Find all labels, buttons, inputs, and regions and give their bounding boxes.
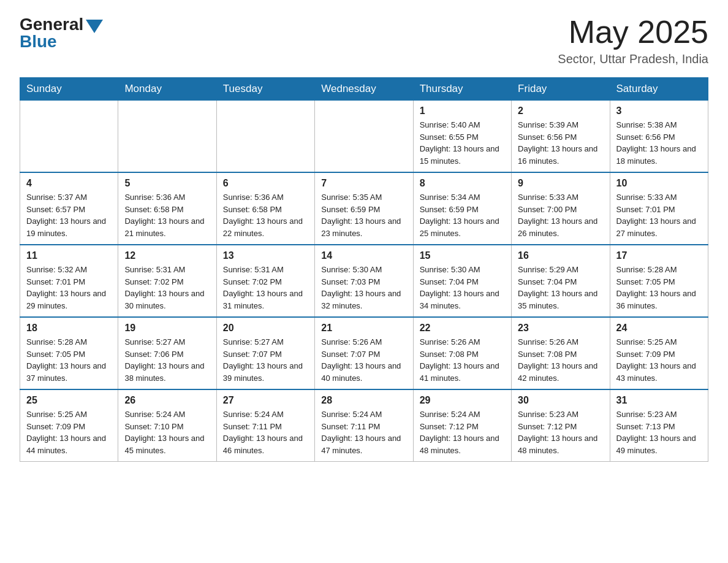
table-row: 1Sunrise: 5:40 AMSunset: 6:55 PMDaylight… [413, 101, 511, 173]
cell-day-number: 25 [26, 395, 112, 406]
col-monday: Monday [118, 78, 216, 101]
location-subtitle: Sector, Uttar Pradesh, India [558, 52, 708, 66]
cell-day-number: 24 [616, 323, 702, 334]
table-row: 11Sunrise: 5:32 AMSunset: 7:01 PMDayligh… [20, 245, 118, 317]
logo-blue-text: Blue [20, 32, 57, 52]
table-row: 30Sunrise: 5:23 AMSunset: 7:12 PMDayligh… [512, 389, 610, 462]
cell-day-number: 5 [124, 178, 210, 189]
cell-sun-info: Sunrise: 5:27 AMSunset: 7:07 PMDaylight:… [223, 336, 308, 384]
cell-sun-info: Sunrise: 5:27 AMSunset: 7:06 PMDaylight:… [124, 336, 210, 384]
cell-sun-info: Sunrise: 5:23 AMSunset: 7:13 PMDaylight:… [616, 408, 702, 456]
cell-sun-info: Sunrise: 5:25 AMSunset: 7:09 PMDaylight:… [616, 336, 702, 384]
cell-sun-info: Sunrise: 5:39 AMSunset: 6:56 PMDaylight:… [518, 119, 603, 167]
cell-day-number: 16 [518, 250, 603, 261]
cell-day-number: 7 [321, 178, 406, 189]
table-row: 17Sunrise: 5:28 AMSunset: 7:05 PMDayligh… [610, 245, 708, 317]
table-row [20, 101, 118, 173]
cell-day-number: 1 [420, 105, 505, 117]
cell-day-number: 27 [223, 395, 308, 406]
logo: General Blue [20, 15, 103, 52]
table-row: 15Sunrise: 5:30 AMSunset: 7:04 PMDayligh… [413, 245, 511, 317]
col-saturday: Saturday [610, 78, 708, 101]
table-row: 22Sunrise: 5:26 AMSunset: 7:08 PMDayligh… [413, 317, 511, 389]
cell-sun-info: Sunrise: 5:24 AMSunset: 7:11 PMDaylight:… [223, 408, 308, 456]
table-row: 2Sunrise: 5:39 AMSunset: 6:56 PMDaylight… [512, 101, 610, 173]
table-row: 10Sunrise: 5:33 AMSunset: 7:01 PMDayligh… [610, 172, 708, 245]
table-row [315, 101, 413, 173]
cell-day-number: 30 [518, 395, 603, 406]
cell-day-number: 4 [26, 178, 112, 189]
cell-sun-info: Sunrise: 5:23 AMSunset: 7:12 PMDaylight:… [518, 408, 603, 456]
cell-day-number: 13 [223, 250, 308, 261]
cell-sun-info: Sunrise: 5:24 AMSunset: 7:12 PMDaylight:… [420, 408, 505, 456]
calendar-week-row: 1Sunrise: 5:40 AMSunset: 6:55 PMDaylight… [20, 101, 708, 173]
table-row: 13Sunrise: 5:31 AMSunset: 7:02 PMDayligh… [216, 245, 314, 317]
cell-day-number: 21 [321, 323, 406, 334]
logo-triangle-icon [86, 20, 103, 33]
cell-day-number: 2 [518, 105, 603, 117]
col-thursday: Thursday [413, 78, 511, 101]
cell-day-number: 19 [124, 323, 210, 334]
cell-sun-info: Sunrise: 5:24 AMSunset: 7:10 PMDaylight:… [124, 408, 210, 456]
cell-sun-info: Sunrise: 5:35 AMSunset: 6:59 PMDaylight:… [321, 191, 406, 239]
table-row: 5Sunrise: 5:36 AMSunset: 6:58 PMDaylight… [118, 172, 216, 245]
cell-sun-info: Sunrise: 5:37 AMSunset: 6:57 PMDaylight:… [26, 191, 112, 239]
cell-sun-info: Sunrise: 5:34 AMSunset: 6:59 PMDaylight:… [420, 191, 505, 239]
cell-sun-info: Sunrise: 5:28 AMSunset: 7:05 PMDaylight:… [616, 264, 702, 312]
col-sunday: Sunday [20, 78, 118, 101]
cell-sun-info: Sunrise: 5:30 AMSunset: 7:03 PMDaylight:… [321, 264, 406, 312]
cell-sun-info: Sunrise: 5:30 AMSunset: 7:04 PMDaylight:… [420, 264, 505, 312]
cell-sun-info: Sunrise: 5:24 AMSunset: 7:11 PMDaylight:… [321, 408, 406, 456]
cell-sun-info: Sunrise: 5:28 AMSunset: 7:05 PMDaylight:… [26, 336, 112, 384]
table-row: 12Sunrise: 5:31 AMSunset: 7:02 PMDayligh… [118, 245, 216, 317]
cell-sun-info: Sunrise: 5:36 AMSunset: 6:58 PMDaylight:… [124, 191, 210, 239]
page-header: General Blue May 2025 Sector, Uttar Prad… [20, 15, 708, 66]
cell-day-number: 17 [616, 250, 702, 261]
calendar-header-row: Sunday Monday Tuesday Wednesday Thursday… [20, 78, 708, 101]
cell-day-number: 26 [124, 395, 210, 406]
cell-sun-info: Sunrise: 5:33 AMSunset: 7:00 PMDaylight:… [518, 191, 603, 239]
calendar-week-row: 18Sunrise: 5:28 AMSunset: 7:05 PMDayligh… [20, 317, 708, 389]
table-row: 14Sunrise: 5:30 AMSunset: 7:03 PMDayligh… [315, 245, 413, 317]
table-row: 4Sunrise: 5:37 AMSunset: 6:57 PMDaylight… [20, 172, 118, 245]
table-row: 24Sunrise: 5:25 AMSunset: 7:09 PMDayligh… [610, 317, 708, 389]
table-row [118, 101, 216, 173]
month-year-title: May 2025 [558, 15, 708, 50]
table-row: 21Sunrise: 5:26 AMSunset: 7:07 PMDayligh… [315, 317, 413, 389]
table-row: 25Sunrise: 5:25 AMSunset: 7:09 PMDayligh… [20, 389, 118, 462]
cell-sun-info: Sunrise: 5:26 AMSunset: 7:07 PMDaylight:… [321, 336, 406, 384]
table-row: 18Sunrise: 5:28 AMSunset: 7:05 PMDayligh… [20, 317, 118, 389]
cell-day-number: 10 [616, 178, 702, 189]
table-row: 8Sunrise: 5:34 AMSunset: 6:59 PMDaylight… [413, 172, 511, 245]
cell-day-number: 15 [420, 250, 505, 261]
table-row: 23Sunrise: 5:26 AMSunset: 7:08 PMDayligh… [512, 317, 610, 389]
cell-day-number: 23 [518, 323, 603, 334]
cell-day-number: 12 [124, 250, 210, 261]
cell-day-number: 8 [420, 178, 505, 189]
table-row: 16Sunrise: 5:29 AMSunset: 7:04 PMDayligh… [512, 245, 610, 317]
table-row: 27Sunrise: 5:24 AMSunset: 7:11 PMDayligh… [216, 389, 314, 462]
cell-day-number: 29 [420, 395, 505, 406]
cell-sun-info: Sunrise: 5:26 AMSunset: 7:08 PMDaylight:… [518, 336, 603, 384]
table-row: 28Sunrise: 5:24 AMSunset: 7:11 PMDayligh… [315, 389, 413, 462]
table-row: 7Sunrise: 5:35 AMSunset: 6:59 PMDaylight… [315, 172, 413, 245]
cell-day-number: 3 [616, 105, 702, 117]
cell-day-number: 31 [616, 395, 702, 406]
cell-sun-info: Sunrise: 5:36 AMSunset: 6:58 PMDaylight:… [223, 191, 308, 239]
cell-day-number: 14 [321, 250, 406, 261]
title-section: May 2025 Sector, Uttar Pradesh, India [558, 15, 708, 66]
table-row: 20Sunrise: 5:27 AMSunset: 7:07 PMDayligh… [216, 317, 314, 389]
cell-day-number: 6 [223, 178, 308, 189]
cell-day-number: 18 [26, 323, 112, 334]
table-row: 6Sunrise: 5:36 AMSunset: 6:58 PMDaylight… [216, 172, 314, 245]
col-wednesday: Wednesday [315, 78, 413, 101]
cell-sun-info: Sunrise: 5:40 AMSunset: 6:55 PMDaylight:… [420, 119, 505, 167]
col-tuesday: Tuesday [216, 78, 314, 101]
cell-day-number: 9 [518, 178, 603, 189]
calendar-week-row: 11Sunrise: 5:32 AMSunset: 7:01 PMDayligh… [20, 245, 708, 317]
table-row: 31Sunrise: 5:23 AMSunset: 7:13 PMDayligh… [610, 389, 708, 462]
table-row: 9Sunrise: 5:33 AMSunset: 7:00 PMDaylight… [512, 172, 610, 245]
table-row [216, 101, 314, 173]
cell-sun-info: Sunrise: 5:33 AMSunset: 7:01 PMDaylight:… [616, 191, 702, 239]
cell-sun-info: Sunrise: 5:31 AMSunset: 7:02 PMDaylight:… [124, 264, 210, 312]
